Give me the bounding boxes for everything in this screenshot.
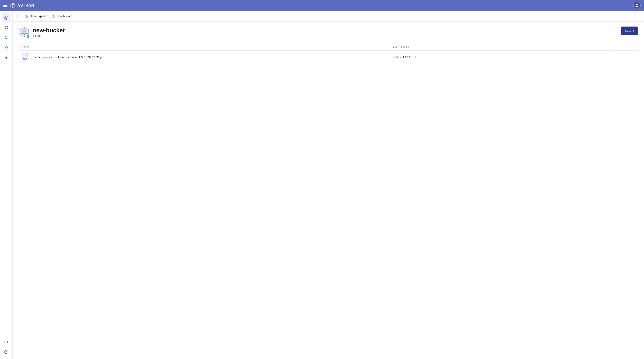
file-name: executed-processes_louis_astran.io_17277…	[31, 56, 104, 59]
bucket-text-info: new-bucket 1 item	[33, 27, 65, 38]
logo-icon	[10, 2, 16, 8]
sidebar-item-plugin[interactable]	[2, 53, 11, 62]
svg-marker-25	[23, 31, 26, 34]
col-header-name: Name	[19, 43, 390, 50]
svg-rect-10	[4, 26, 6, 28]
content-area: ✓ new-bucket 1 item New ▾ Name	[13, 22, 644, 359]
sidebar-item-data-explorer[interactable]	[2, 13, 11, 22]
app-name: ASTRAN	[18, 3, 34, 8]
breadcrumb-new-bucket[interactable]: new-bucket	[52, 14, 72, 18]
sidebar-item-help[interactable]	[2, 348, 11, 356]
breadcrumb-bar: ← Data Explorer › new-bucket ›	[13, 11, 644, 22]
topnav: ASTRAN	[0, 0, 644, 11]
app-logo: ASTRAN	[10, 2, 34, 8]
bucket-title-area: ✓ new-bucket 1 item	[19, 26, 65, 38]
file-last-modified: Today at 13:15:41	[390, 50, 576, 64]
breadcrumb-new-bucket-label: new-bucket	[57, 14, 72, 18]
svg-rect-11	[6, 26, 8, 28]
file-name-cell: PDF executed-processes_louis_astran.io_1…	[19, 50, 390, 64]
main-content: ← Data Explorer › new-bucket ›	[13, 11, 644, 359]
svg-marker-22	[53, 15, 54, 17]
sidebar	[0, 11, 12, 359]
new-button[interactable]: New ▾	[621, 26, 638, 35]
col-header-actions	[576, 43, 638, 50]
file-actions-cell: ⋮	[576, 50, 638, 64]
pdf-file-icon: PDF	[22, 53, 28, 61]
bucket-icon-wrap: ✓	[19, 26, 30, 38]
breadcrumb-data-explorer-icon	[25, 14, 28, 18]
breadcrumb-data-explorer[interactable]: Data Explorer	[25, 14, 48, 18]
svg-point-14	[5, 36, 6, 38]
hamburger-button[interactable]	[3, 4, 8, 7]
bucket-item-count: 1 item	[33, 34, 65, 38]
table-row: PDF executed-processes_louis_astran.io_1…	[19, 50, 638, 64]
breadcrumb-separator-1: ›	[49, 14, 50, 18]
sidebar-item-code[interactable]	[2, 338, 11, 346]
new-button-label: New	[625, 29, 631, 33]
svg-marker-20	[26, 15, 28, 17]
svg-point-18	[6, 353, 6, 353]
svg-point-15	[7, 36, 8, 38]
new-button-chevron: ▾	[633, 30, 634, 32]
svg-point-16	[6, 47, 7, 48]
col-header-modified: Last modified	[390, 43, 576, 50]
breadcrumb-separator-2: ›	[73, 14, 74, 18]
sidebar-item-users[interactable]	[2, 33, 11, 42]
user-avatar-button[interactable]	[633, 2, 641, 9]
svg-marker-1	[12, 4, 14, 7]
bucket-header: ✓ new-bucket 1 item New ▾	[19, 26, 638, 38]
table-header: Name Last modified	[19, 43, 638, 50]
back-button[interactable]: ←	[18, 13, 23, 19]
sidebar-item-fingerprint[interactable]	[2, 43, 11, 52]
file-table: Name Last modified PDF executed-proces	[19, 43, 638, 64]
svg-rect-12	[4, 28, 6, 30]
svg-rect-13	[6, 28, 8, 30]
file-more-button[interactable]: ⋮	[628, 54, 636, 60]
breadcrumb-data-explorer-label: Data Explorer	[30, 14, 48, 18]
breadcrumb-new-bucket-icon	[52, 14, 56, 18]
table-body: PDF executed-processes_louis_astran.io_1…	[19, 50, 638, 64]
verified-badge: ✓	[26, 34, 30, 38]
bucket-title: new-bucket	[33, 27, 65, 34]
sidebar-item-dashboard[interactable]	[2, 23, 11, 32]
svg-marker-9	[5, 17, 7, 19]
